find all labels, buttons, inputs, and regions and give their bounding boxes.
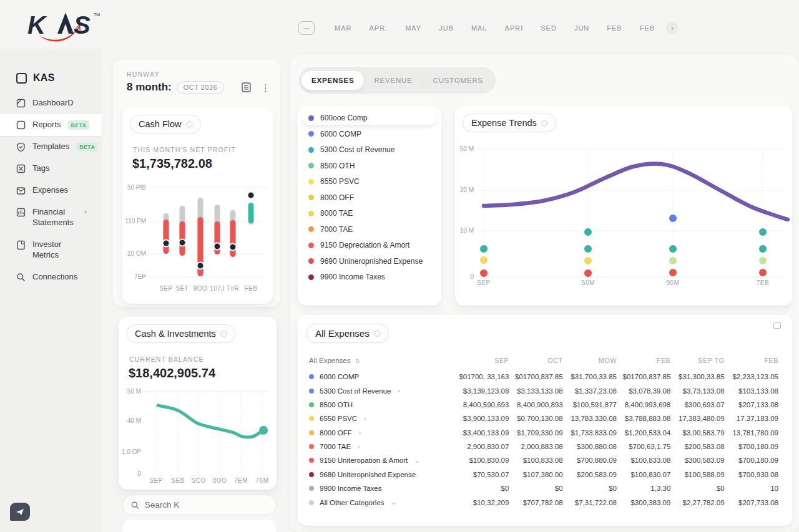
svg-text:110 PM: 110 PM bbox=[125, 218, 146, 225]
table-row[interactable]: 9900 Income Taxes$0$0$01,3.30$010 bbox=[306, 481, 781, 495]
tab-revenue[interactable]: REVENUE bbox=[364, 71, 422, 90]
expand-icon[interactable] bbox=[773, 322, 781, 329]
svg-text:7EB: 7EB bbox=[757, 279, 769, 286]
sidebar-item-dashboard[interactable]: DashboarD bbox=[0, 92, 102, 114]
table-row[interactable]: 5300 Cost of Revenue›$3,139,123.08$3,133… bbox=[306, 384, 781, 397]
table-column-header[interactable]: OCT bbox=[509, 357, 562, 364]
row-expander-icon[interactable]: ⌄ bbox=[391, 499, 396, 506]
legend-item[interactable]: 9900 Income Taxes bbox=[302, 269, 437, 284]
sidebar-item-reports[interactable]: ReportsBETA bbox=[0, 114, 102, 136]
all-expenses-title: All Expenses bbox=[315, 328, 370, 339]
cash-flow-title-pill[interactable]: Cash Flow bbox=[130, 115, 201, 133]
table-cell: $2,27,782.09 bbox=[670, 499, 724, 506]
row-expander-icon[interactable]: ⌄ bbox=[414, 457, 419, 464]
runway-header: RUNWAY 8 month: OCT 2026 ⋮ bbox=[127, 70, 270, 94]
table-first-col-label[interactable]: All Expenses bbox=[309, 357, 350, 364]
month-item[interactable]: APR. bbox=[360, 24, 396, 32]
legend-item[interactable]: 6000 COMP bbox=[302, 127, 437, 142]
search-input[interactable] bbox=[145, 500, 268, 510]
legend-item[interactable]: 5300 Cost of Revenue bbox=[302, 142, 437, 157]
sidebar-item-label: Templates bbox=[32, 142, 69, 152]
sidebar-item-templates[interactable]: TemplatesBETA bbox=[0, 136, 102, 158]
cash-investments-chart: 50 M40 M1.0 OP0SEPSEBSCO8OO7EM76M bbox=[119, 384, 277, 488]
month-item[interactable]: JUB bbox=[430, 24, 463, 32]
table-row[interactable]: 9150 Uniteropation & Amort⌄$100,830.09$1… bbox=[306, 453, 781, 467]
month-item[interactable]: MAL bbox=[463, 24, 496, 32]
months-next-button[interactable]: › bbox=[666, 22, 679, 34]
legend-item[interactable]: 9690 Unineropnished Expense bbox=[302, 254, 437, 269]
table-row[interactable]: 7000 TAE›2,900,830.072,000,883.08$300,88… bbox=[306, 440, 781, 453]
table-column-header[interactable]: FEB bbox=[617, 357, 670, 364]
table-cell: $103,133.08 bbox=[725, 387, 778, 395]
category-dot bbox=[309, 444, 314, 449]
table-row[interactable]: 9680 Uniteropnished Expense$70,530.07$10… bbox=[306, 468, 781, 481]
sidebar-item-label: Expenses bbox=[32, 185, 68, 196]
table-cell: 8,400,993,698 bbox=[617, 401, 670, 409]
category-dot bbox=[309, 430, 314, 435]
legend-item[interactable]: 7000 TAE bbox=[302, 222, 437, 237]
legend-item[interactable]: 9150 Depreciation & Amort bbox=[302, 238, 437, 253]
row-expander-icon[interactable]: › bbox=[358, 443, 360, 450]
table-cell: 13,781,780.09 bbox=[725, 429, 778, 437]
svg-text:0: 0 bbox=[470, 273, 474, 280]
all-expenses-title-pill[interactable]: All Expenses bbox=[306, 324, 389, 343]
cash-investments-title-pill[interactable]: Cash & Investments bbox=[126, 324, 235, 343]
beta-badge: BETA bbox=[76, 142, 98, 152]
beta-badge: BETA bbox=[68, 120, 90, 130]
table-column-header[interactable]: SEP bbox=[455, 357, 509, 364]
legend-dot bbox=[308, 226, 314, 232]
table-column-header[interactable]: FEB bbox=[725, 357, 778, 364]
legend-item[interactable]: 8000 TAE bbox=[302, 206, 437, 221]
table-cell: $700,63,1.75 bbox=[617, 443, 670, 450]
category-dot bbox=[309, 500, 314, 505]
table-row[interactable]: 8000 OFF›$3,400,133.09$1,709,330.09$1,73… bbox=[306, 426, 781, 440]
month-item[interactable]: FEB bbox=[631, 24, 664, 32]
month-item[interactable]: SED bbox=[532, 24, 566, 32]
month-item[interactable]: JUN bbox=[566, 24, 598, 32]
table-cell: $3,133,133.08 bbox=[509, 387, 562, 395]
calendar-icon[interactable] bbox=[298, 21, 315, 35]
runway-value: 8 month: bbox=[127, 81, 172, 94]
legend-label: 6550 PSVC bbox=[320, 177, 360, 186]
templates-icon bbox=[16, 142, 26, 152]
document-icon[interactable] bbox=[242, 82, 251, 92]
sidebar-item-connections[interactable]: Connections bbox=[0, 266, 102, 288]
runway-date-pill[interactable]: OCT 2026 bbox=[177, 81, 225, 94]
month-item[interactable]: MAR bbox=[326, 24, 360, 32]
table-row[interactable]: 8500 OTH8,400,590,6938,400,900,893$100,5… bbox=[306, 398, 781, 412]
table-column-header[interactable]: SEP TO bbox=[670, 357, 724, 364]
month-item[interactable]: FEB bbox=[598, 24, 630, 32]
table-cell: $707,782.08 bbox=[509, 499, 562, 506]
table-row[interactable]: All Other Categories⌄$10,32,209$707,782.… bbox=[306, 495, 781, 509]
sidebar-item-expenses[interactable]: Expenses bbox=[0, 180, 102, 201]
legend-item[interactable]: 8000 OFF bbox=[302, 190, 437, 205]
sidebar-item-tags[interactable]: Tags bbox=[0, 158, 102, 180]
row-expander-icon[interactable]: › bbox=[364, 415, 366, 422]
table-cell: $01700,837.85 bbox=[617, 373, 670, 380]
table-cell: $0 bbox=[563, 485, 617, 492]
sort-icon[interactable]: ⇅ bbox=[355, 358, 360, 364]
row-expander-icon[interactable]: › bbox=[398, 387, 400, 394]
month-item[interactable]: MAY bbox=[396, 24, 430, 32]
tab-expenses[interactable]: EXPENSES bbox=[301, 71, 364, 90]
table-row[interactable]: 6550 PSVC›$3,900,133.09$0,700,130.0813,7… bbox=[306, 412, 781, 425]
tab-customers[interactable]: CUSTOMERS bbox=[423, 71, 493, 90]
sidebar-item-investor-metrics[interactable]: Investor Metrics bbox=[0, 234, 102, 266]
kebab-menu-icon[interactable]: ⋮ bbox=[261, 83, 270, 92]
tags-icon bbox=[16, 164, 26, 174]
expense-trends-title-pill[interactable]: Expense Trends bbox=[463, 114, 556, 132]
svg-text:1.0 OP: 1.0 OP bbox=[122, 448, 141, 455]
legend-item[interactable]: 8500 OTH bbox=[302, 158, 437, 173]
table-row[interactable]: 6000 COMP$01700, 33,163$01700,837.85$31,… bbox=[306, 370, 781, 384]
table-column-header[interactable]: MOW bbox=[563, 357, 617, 364]
legend-item[interactable]: 6550 PSVC bbox=[302, 174, 437, 189]
row-expander-icon[interactable]: › bbox=[359, 429, 361, 436]
category-label: 8000 OFF bbox=[320, 429, 352, 437]
sidebar-item-financial-statements[interactable]: Financial Statements› bbox=[0, 201, 102, 234]
svg-text:SET: SET bbox=[176, 285, 189, 292]
table-cell: $7,31,722.08 bbox=[563, 499, 617, 506]
month-item[interactable]: APRI bbox=[496, 24, 532, 32]
search-box[interactable] bbox=[122, 495, 277, 515]
legend-item[interactable]: 600ooe Comp bbox=[302, 110, 437, 125]
chat-widget-button[interactable] bbox=[10, 503, 30, 521]
